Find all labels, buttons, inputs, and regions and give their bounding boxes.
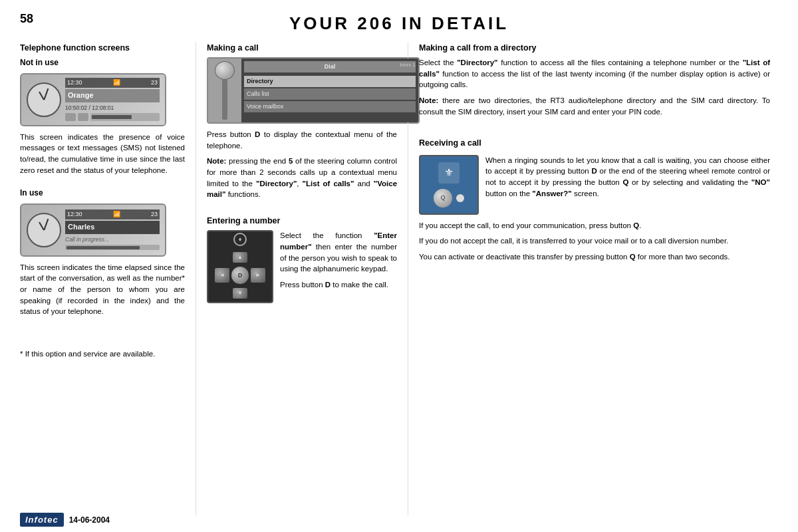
time-bar: 12:30 📶 23	[65, 78, 160, 88]
dpad-right: ►	[251, 268, 265, 283]
receiving-call-desc3: If you do not accept the call, it is tra…	[419, 235, 770, 247]
dial-title: Dial	[244, 61, 416, 72]
col3: Making a call from a directory Select th…	[411, 42, 778, 515]
making-call-desc1: Press button D to display the contextual…	[207, 129, 397, 151]
dial-knob	[215, 61, 235, 80]
dpad-left: ◄	[215, 268, 229, 283]
not-in-use-label: Not in use	[20, 57, 185, 68]
peugeot-icon: ⚜	[438, 162, 460, 184]
publish-date: 14-06-2004	[69, 515, 110, 525]
dpad: ▲ ◄ D ► ▼	[215, 250, 265, 301]
dpad-top-row: ▲	[216, 250, 264, 265]
dial-screen-wrapper: Dial Directory Calls list Voice mailbox …	[207, 57, 397, 124]
accept-btn: Q	[434, 189, 452, 207]
page-number: 58	[20, 12, 33, 26]
small-btn	[456, 194, 464, 202]
not-in-use-desc: This screen indicates the presence of vo…	[20, 132, 185, 176]
clock-in-use	[27, 213, 61, 247]
clock-not-in-use	[27, 82, 61, 117]
col1-title: Telephone function screens	[20, 42, 185, 54]
status-icons	[65, 113, 160, 121]
dial-side-label: Hors 1	[400, 61, 416, 69]
page-title: YOUR 206 IN DETAIL	[20, 12, 778, 42]
dial-left-panel	[208, 59, 241, 122]
in-use-time-bar: 12:30 📶 23	[65, 209, 160, 219]
directory-note: Note: there are two directories, the RT3…	[419, 95, 770, 117]
receiving-screen: ⚜ Q	[419, 155, 479, 215]
screen-info-in-use: 12:30 📶 23 Charles Call in progress...	[65, 209, 160, 250]
receiving-call-desc2: If you accept the call, to end your comm…	[419, 220, 770, 231]
footer: Infotec 14-06-2004	[0, 513, 798, 527]
call-status: Call in progress...	[65, 235, 160, 243]
call-detail: 10:50:02 / 12:08:01	[65, 104, 160, 112]
receiving-call-section: ⚜ Q When a ringing sounds to let you kno…	[419, 155, 770, 220]
in-use-desc: This screen indicates the time elapsed s…	[20, 262, 185, 317]
directory-desc1: Select the "Directory" function to acces…	[419, 57, 770, 90]
making-call-note: Note: pressing the end 5 of the steering…	[207, 156, 397, 200]
enter-number-screen: ♦ ▲ ◄ D ►	[207, 230, 273, 303]
publisher-logo: Infotec	[20, 513, 64, 527]
action-buttons: Q	[434, 189, 464, 207]
dpad-up: ▲	[233, 252, 247, 263]
dial-screen: Dial Directory Calls list Voice mailbox …	[207, 57, 420, 124]
receiving-call-desc4: You can activate or deactivate this tran…	[419, 251, 770, 263]
not-in-use-screen: 12:30 📶 23 Orange 10:50:02 / 12:08:01	[20, 73, 166, 126]
in-use-status-icons	[65, 245, 160, 250]
screen-info-not-in-use: 12:30 📶 23 Orange 10:50:02 / 12:08:01	[65, 78, 160, 121]
dial-bar	[222, 80, 227, 120]
peugeot-logo: ♦	[233, 233, 247, 246]
dpad-mid-row: ◄ D ►	[215, 267, 265, 284]
operator-name: Orange	[65, 89, 160, 102]
dpad-bottom-row: ▼	[216, 286, 264, 301]
entering-number-section: ♦ ▲ ◄ D ►	[207, 230, 397, 309]
in-use-label: In use	[20, 188, 185, 199]
col-divider-1	[196, 42, 196, 515]
dial-item-2: Calls list	[244, 88, 416, 100]
entering-number-title: Entering a number	[207, 215, 397, 227]
dpad-center-d: D	[231, 267, 249, 284]
contact-name: Charles	[65, 221, 160, 234]
making-call-title: Making a call	[207, 42, 397, 54]
dial-item-3: Voice mailbox	[244, 101, 416, 112]
dpad-down: ▼	[233, 288, 247, 299]
in-use-screen: 12:30 📶 23 Charles Call in progress...	[20, 203, 166, 257]
footnote: * If this option and service are availab…	[20, 348, 185, 360]
directory-title: Making a call from a directory	[419, 42, 770, 54]
dial-item-1: Directory	[244, 76, 416, 87]
receiving-call-title: Receiving a call	[419, 137, 770, 149]
